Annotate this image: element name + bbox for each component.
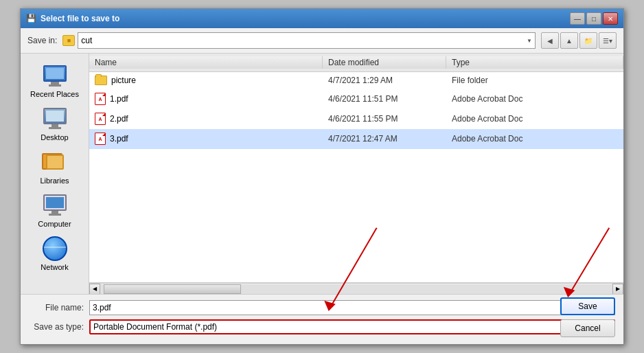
toolbar: Save in: ■ cut ▼ ◀ ▲ 📁 ☰▾ bbox=[21, 28, 623, 54]
title-bar-text: 💾 Select file to save to bbox=[26, 14, 119, 23]
sidebar-item-network[interactable]: Network bbox=[24, 232, 86, 275]
sidebar-label-desktop: Desktop bbox=[41, 133, 68, 141]
pdf-icon: A bbox=[95, 113, 106, 125]
table-row[interactable]: A 3.pdf 4/7/2021 12:47 AM Adobe Acrobat … bbox=[89, 129, 623, 149]
up-icon: ▲ bbox=[566, 37, 573, 45]
title-bar: 💾 Select file to save to — □ ✕ bbox=[21, 9, 623, 28]
sidebar-item-computer[interactable]: Computer bbox=[24, 189, 86, 232]
save-in-combo: ■ cut ▼ bbox=[62, 32, 536, 49]
bottom-form: File name: ▼ Save as type: Portable Docu… bbox=[21, 294, 623, 344]
file-date-cell: 4/6/2021 11:55 PM bbox=[323, 113, 446, 125]
file-date-cell: 4/6/2021 11:51 PM bbox=[323, 93, 446, 105]
computer-icon bbox=[41, 193, 69, 218]
file-name: 1.pdf bbox=[110, 94, 128, 104]
sidebar: Recent Places Desktop bbox=[21, 54, 89, 294]
sidebar-item-libraries[interactable]: Libraries bbox=[24, 146, 86, 189]
sidebar-item-desktop[interactable]: Desktop bbox=[24, 102, 86, 146]
table-row[interactable]: picture 4/7/2021 1:29 AM File folder bbox=[89, 72, 623, 89]
back-icon: ◀ bbox=[547, 37, 553, 45]
scroll-left-button[interactable]: ◀ bbox=[89, 284, 100, 295]
filetype-select[interactable]: Portable Document Format (*.pdf) ▼ bbox=[89, 319, 615, 334]
view-icon: ☰▾ bbox=[603, 37, 612, 45]
filename-input[interactable] bbox=[93, 303, 606, 312]
new-folder-icon: 📁 bbox=[584, 37, 593, 45]
file-type-cell: Adobe Acrobat Doc bbox=[446, 113, 623, 125]
file-list[interactable]: picture 4/7/2021 1:29 AM File folder A 1… bbox=[89, 72, 623, 283]
file-name-cell: A 1.pdf bbox=[89, 91, 323, 106]
scroll-right-button[interactable]: ▶ bbox=[612, 284, 623, 295]
dialog-icon: 💾 bbox=[26, 14, 36, 23]
file-name-cell: A 2.pdf bbox=[89, 111, 323, 126]
desktop-icon bbox=[41, 106, 69, 131]
file-type-cell: File folder bbox=[446, 74, 623, 87]
sidebar-label-recent: Recent Places bbox=[30, 90, 79, 98]
libraries-icon bbox=[41, 150, 69, 174]
pdf-icon: A bbox=[95, 133, 106, 145]
minimize-button[interactable]: — bbox=[570, 12, 585, 25]
scroll-thumb[interactable] bbox=[104, 284, 241, 294]
file-list-area: Name Date modified Type picture 4/7/2021… bbox=[89, 54, 623, 294]
action-buttons: Save Cancel bbox=[560, 297, 615, 337]
scroll-track[interactable] bbox=[100, 284, 612, 294]
folder-icon bbox=[95, 76, 107, 85]
save-in-label: Save in: bbox=[27, 36, 57, 45]
main-content: Recent Places Desktop bbox=[21, 54, 623, 294]
view-button[interactable]: ☰▾ bbox=[599, 32, 617, 49]
filename-row: File name: ▼ bbox=[29, 300, 615, 315]
pdf-icon: A bbox=[95, 93, 106, 105]
dialog-title: Select file to save to bbox=[41, 14, 119, 23]
filetype-label: Save as type: bbox=[29, 322, 84, 332]
up-button[interactable]: ▲ bbox=[560, 32, 578, 49]
nav-buttons: ◀ ▲ 📁 ☰▾ bbox=[541, 32, 617, 49]
filename-input-wrapper[interactable]: ▼ bbox=[89, 300, 615, 315]
horizontal-scrollbar[interactable]: ◀ ▶ bbox=[89, 283, 623, 294]
file-date-cell: 4/7/2021 1:29 AM bbox=[323, 74, 446, 87]
file-type-cell: Adobe Acrobat Doc bbox=[446, 133, 623, 145]
current-folder-name: cut bbox=[81, 36, 92, 45]
new-folder-button[interactable]: 📁 bbox=[579, 32, 597, 49]
file-type-cell: Adobe Acrobat Doc bbox=[446, 93, 623, 105]
title-bar-controls: — □ ✕ bbox=[570, 12, 618, 25]
dropdown-arrow-icon: ▼ bbox=[527, 38, 532, 44]
sidebar-label-network: Network bbox=[41, 263, 68, 271]
col-header-type[interactable]: Type bbox=[446, 56, 623, 69]
file-name: picture bbox=[111, 76, 136, 85]
save-in-dropdown[interactable]: cut ▼ bbox=[78, 32, 536, 49]
sidebar-label-libraries: Libraries bbox=[40, 176, 69, 185]
scroll-right-icon: ▶ bbox=[616, 286, 620, 292]
cancel-button[interactable]: Cancel bbox=[560, 319, 615, 337]
maximize-button[interactable]: □ bbox=[586, 12, 601, 25]
scroll-left-icon: ◀ bbox=[93, 286, 97, 292]
table-row[interactable]: A 1.pdf 4/6/2021 11:51 PM Adobe Acrobat … bbox=[89, 89, 623, 109]
sidebar-item-recent-places[interactable]: Recent Places bbox=[24, 59, 86, 102]
file-name: 2.pdf bbox=[110, 114, 128, 124]
current-folder-icon: ■ bbox=[62, 35, 75, 46]
filename-label: File name: bbox=[29, 303, 84, 312]
col-header-date[interactable]: Date modified bbox=[323, 56, 446, 69]
file-date-cell: 4/7/2021 12:47 AM bbox=[323, 133, 446, 145]
sidebar-label-computer: Computer bbox=[38, 220, 71, 228]
file-name-cell: A 3.pdf bbox=[89, 131, 323, 146]
close-button[interactable]: ✕ bbox=[603, 12, 618, 25]
file-name: 3.pdf bbox=[110, 134, 128, 144]
save-button[interactable]: Save bbox=[560, 297, 615, 315]
table-row[interactable]: A 2.pdf 4/6/2021 11:55 PM Adobe Acrobat … bbox=[89, 109, 623, 129]
col-header-name[interactable]: Name bbox=[89, 56, 323, 69]
recent-places-icon bbox=[41, 63, 69, 88]
save-dialog: 💾 Select file to save to — □ ✕ Save in: … bbox=[20, 8, 624, 345]
file-list-header: Name Date modified Type bbox=[89, 54, 623, 72]
network-icon bbox=[41, 236, 69, 261]
file-name-cell: picture bbox=[89, 74, 323, 87]
filetype-row: Save as type: Portable Document Format (… bbox=[29, 319, 615, 334]
back-button[interactable]: ◀ bbox=[541, 32, 559, 49]
filetype-value: Portable Document Format (*.pdf) bbox=[93, 322, 217, 332]
